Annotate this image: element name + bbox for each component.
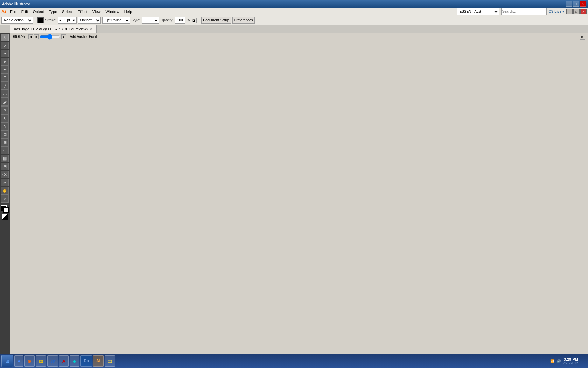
stroke-style-select[interactable]: Uniform: [78, 17, 101, 24]
hand-tool[interactable]: ✋: [1, 187, 9, 195]
firefox-icon: ◉: [28, 359, 31, 364]
workspace-selector[interactable]: ESSENTIALS: [457, 8, 499, 15]
cs-live-label: CS Live ▾: [549, 9, 564, 13]
explorer-icon: ▦: [39, 359, 43, 364]
toolbox: ↖ ↗ ✦ ⌀ ✒ T ╱ ▭ 🖌 ✎ ↻ ⤡ ⊡ ⊞ ∞ ▤ ⊟ ⌫ ✂ ✋ …: [0, 33, 10, 354]
taskbar: ⊞ ● ◉ ▦ W A ◆ Ps Ai ▤ 📶: [0, 354, 588, 368]
show-desktop-btn[interactable]: [582, 355, 584, 367]
sep2: [199, 17, 199, 23]
menu-file[interactable]: File: [8, 9, 19, 14]
slice-tool[interactable]: ⊟: [1, 163, 9, 170]
type-tool[interactable]: T: [1, 74, 9, 82]
tabbar: avs_logo_012.ai @ 66.67% (RGB/Preview) ✕: [0, 25, 588, 33]
illustrator-icon: Ai: [96, 359, 100, 363]
none-icon[interactable]: [2, 214, 8, 220]
stroke-width-control[interactable]: ▲ ▼: [58, 17, 77, 24]
scissors-tool[interactable]: ✂: [1, 179, 9, 186]
app-win-controls: ─ □ ✕: [566, 1, 586, 7]
free-transform-tool[interactable]: ⊞: [1, 138, 9, 146]
statusbar: 66.67% ◄ ► ▸ Add Anchor Point ►: [10, 33, 588, 40]
minimize-button[interactable]: ─: [566, 1, 572, 7]
style-select[interactable]: [142, 17, 159, 24]
zoom-fit-btn[interactable]: ▸: [61, 34, 66, 39]
taskbar-files[interactable]: ▤: [105, 355, 115, 367]
files-icon: ▤: [108, 359, 112, 364]
opacity-unit: %: [187, 18, 190, 22]
pen-tool[interactable]: ✒: [1, 66, 9, 74]
direct-selection-tool[interactable]: ↗: [1, 42, 9, 49]
lasso-tool[interactable]: ⌀: [1, 58, 9, 66]
win-minimize[interactable]: ─: [566, 9, 573, 14]
menu-effect[interactable]: Effect: [76, 9, 90, 14]
selection-tool[interactable]: ↖: [1, 34, 9, 41]
toolbar: No Selection Stroke: ▲ ▼ Uniform 3 pt Ro…: [0, 15, 588, 25]
zoom-slider[interactable]: [40, 34, 61, 40]
maximize-button[interactable]: □: [573, 1, 579, 7]
menu-type[interactable]: Type: [47, 9, 59, 14]
taskbar-acrobat[interactable]: A: [59, 355, 69, 367]
taskbar-illustrator[interactable]: Ai: [93, 355, 104, 367]
menu-edit[interactable]: Edit: [19, 9, 30, 14]
network-icon: 📶: [550, 359, 554, 363]
stroke-end-select[interactable]: 3 pt Round: [102, 17, 130, 24]
zoom-display: 66.67%: [13, 35, 25, 39]
status-arrow-btn[interactable]: ►: [580, 34, 585, 40]
menu-help[interactable]: Help: [122, 9, 134, 14]
zoom-controls: ◄ ► ▸: [28, 34, 66, 40]
magic-wand-tool[interactable]: ✦: [1, 50, 9, 57]
fill-stroke-area: [1, 205, 9, 220]
rect-tool[interactable]: ▭: [1, 90, 9, 98]
menu-object[interactable]: Object: [31, 9, 46, 14]
ai-logo: Ai: [1, 9, 6, 14]
column-chart-tool[interactable]: ▤: [1, 155, 9, 162]
app-title: Adobe Illustrator: [2, 2, 566, 6]
blend-tool[interactable]: ∞: [1, 146, 9, 154]
search-input[interactable]: [501, 8, 547, 15]
win-close[interactable]: ✕: [580, 9, 587, 14]
menu-window[interactable]: Window: [104, 9, 121, 14]
opacity-icon[interactable]: ◪: [191, 18, 197, 23]
word-icon: W: [50, 359, 55, 364]
tab-close-icon[interactable]: ✕: [90, 27, 93, 31]
fill-color[interactable]: [37, 17, 44, 23]
opacity-input[interactable]: [175, 17, 185, 24]
system-tray: 📶 🔊 3:29 PM 2/20/2012: [547, 355, 587, 367]
document-tab[interactable]: avs_logo_012.ai @ 66.67% (RGB/Preview) ✕: [10, 25, 97, 33]
taskbar-photoshop[interactable]: Ps: [80, 355, 92, 367]
line-tool[interactable]: ╱: [1, 82, 9, 90]
stroke-up-icon[interactable]: ▲: [59, 19, 62, 22]
menu-select[interactable]: Select: [60, 9, 75, 14]
taskbar-time: 3:29 PM: [563, 357, 579, 361]
stroke-label: Stroke:: [45, 18, 56, 22]
selection-dropdown[interactable]: No Selection: [1, 17, 33, 24]
zoom-next-btn[interactable]: ►: [34, 34, 39, 39]
zoom-prev-btn[interactable]: ◄: [28, 34, 33, 39]
paintbrush-tool[interactable]: 🖌: [1, 98, 9, 106]
pencil-tool[interactable]: ✎: [1, 106, 9, 114]
taskbar-clock: 3:29 PM 2/20/2012: [563, 357, 579, 365]
stroke-icon[interactable]: [3, 207, 9, 213]
windows-logo-icon: ⊞: [5, 358, 9, 364]
scale-tool[interactable]: ⤡: [1, 122, 9, 130]
zoom-tool[interactable]: ⌕: [1, 195, 9, 203]
document-setup-button[interactable]: Document Setup: [201, 17, 231, 24]
taskbar-unknown[interactable]: ◆: [70, 355, 79, 367]
warp-tool[interactable]: ⊡: [1, 130, 9, 138]
preferences-button[interactable]: Preferences: [232, 17, 255, 24]
taskbar-firefox[interactable]: ◉: [24, 355, 35, 367]
close-button[interactable]: ✕: [580, 1, 586, 7]
start-button[interactable]: ⊞: [1, 355, 13, 367]
menu-view[interactable]: View: [90, 9, 103, 14]
eraser-tool[interactable]: ⌫: [1, 171, 9, 178]
stroke-width-input[interactable]: [62, 18, 72, 22]
unknown-icon: ◆: [73, 359, 76, 364]
rotate-tool[interactable]: ↻: [1, 114, 9, 122]
stroke-down-icon[interactable]: ▼: [72, 19, 76, 22]
win-restore[interactable]: □: [573, 9, 580, 14]
taskbar-chrome[interactable]: ●: [14, 355, 23, 367]
menubar: Ai File Edit Object Type Select Effect V…: [0, 8, 588, 15]
fill-stroke-icons: [1, 205, 9, 213]
taskbar-word[interactable]: W: [47, 355, 58, 367]
volume-icon: 🔊: [556, 359, 561, 363]
taskbar-explorer[interactable]: ▦: [36, 355, 46, 367]
